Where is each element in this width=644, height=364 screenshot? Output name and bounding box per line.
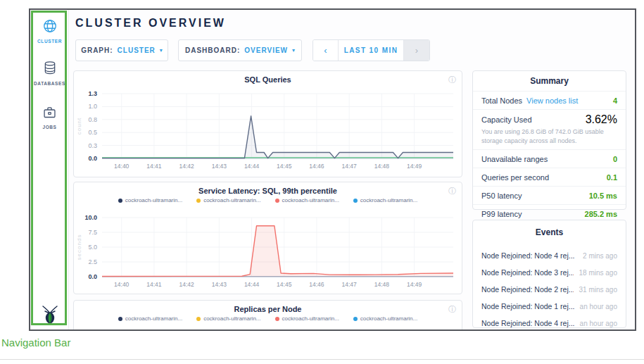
event-row: Node Rejoined: Node 3 rej... 18 mins ago (473, 264, 626, 281)
x-axis-tick: 14:48 (374, 281, 390, 288)
info-icon[interactable]: ⓘ (448, 186, 456, 196)
event-row: Node Rejoined: Node 1 rej... an hour ago (473, 298, 626, 315)
x-axis-tick: 14:49 (407, 281, 422, 288)
summary-row-unavailable-ranges: Unavailable ranges 0 (473, 149, 626, 168)
x-axis-tick: 14:46 (309, 281, 324, 288)
x-axis-tick: 14:41 (146, 281, 162, 288)
summary-label: Total Nodes (481, 96, 522, 105)
graph-dropdown-label: GRAPH: (81, 46, 113, 54)
summary-value: 10.5 ms (589, 192, 617, 200)
x-axis-tick: 14:48 (374, 163, 390, 170)
legend-label: cockroach-ultramarin... (360, 315, 417, 322)
y-axis-tick: 10.0 (84, 214, 97, 221)
navigation-sidebar: CLUSTER DATABASES JOBS (30, 10, 69, 330)
time-range-prev-button[interactable]: ‹ (313, 40, 339, 61)
legend-dot-icon (118, 199, 122, 203)
summary-value: 285.2 ms (585, 210, 617, 218)
info-icon[interactable]: ⓘ (448, 304, 456, 315)
event-time: 2 mins ago (583, 252, 617, 260)
summary-label: Queries per second (481, 173, 549, 182)
summary-row-capacity-used: Capacity Used 3.62% You are using 26.8 G… (473, 109, 626, 149)
legend-item[interactable]: cockroach-ultramarin... (196, 315, 260, 322)
legend-item[interactable]: cockroach-ultramarin... (353, 315, 417, 322)
event-text: Node Rejoined: Node 2 rej... (481, 285, 574, 294)
legend-item[interactable]: cockroach-ultramarin... (118, 315, 182, 322)
time-range-next-button[interactable]: › (403, 40, 429, 61)
summary-value: 0 (613, 155, 617, 163)
graph-dropdown-value: CLUSTER (118, 46, 156, 54)
sidebar-item-jobs[interactable]: JOBS (30, 105, 69, 130)
chevron-down-icon: ▾ (160, 47, 163, 54)
legend-item[interactable]: cockroach-ultramarin... (353, 197, 417, 203)
legend-dot-icon (275, 317, 279, 321)
x-axis-tick: 14:45 (277, 281, 292, 288)
legend-dot-icon (196, 199, 201, 203)
summary-value: 0.1 (607, 173, 617, 182)
event-time: 18 mins ago (579, 269, 617, 277)
sql-queries-canvas[interactable]: 14:4014:4114:4214:4314:4414:4514:4614:47… (74, 85, 462, 178)
replicas-per-node-chart: 14:4014:4114:4214:4314:4414:4514:4614:47… (74, 326, 462, 331)
legend-label: cockroach-ultramarin... (282, 197, 339, 203)
summary-label: Capacity Used (481, 115, 532, 124)
legend-label: cockroach-ultramarin... (125, 197, 182, 203)
dashboard-dropdown-value: OVERVIEW (244, 46, 288, 54)
legend-item[interactable]: cockroach-ultramarin... (118, 197, 182, 203)
x-axis-tick: 14:46 (309, 163, 324, 170)
chart-title: Replicas per Node (74, 305, 462, 313)
legend-item[interactable]: cockroach-ultramarin... (275, 315, 339, 322)
y-axis-tick: 0.0 (88, 155, 97, 162)
sidebar-item-label: JOBS (42, 125, 56, 130)
y-axis-label: count (76, 118, 82, 135)
y-axis-label: seconds (76, 234, 82, 261)
summary-label: P50 latency (481, 192, 522, 200)
database-icon (43, 61, 57, 79)
graph-dropdown[interactable]: GRAPH: CLUSTER ▾ (75, 39, 168, 61)
x-axis-tick: 14:40 (114, 281, 130, 288)
summary-title: Summary (473, 71, 626, 91)
legend-label: cockroach-ultramarin... (203, 197, 260, 203)
summary-panel: Summary Total Nodes View nodes list 4 Ca… (472, 70, 626, 210)
event-time: an hour ago (580, 303, 617, 310)
sidebar-item-databases[interactable]: DATABASES (30, 61, 69, 86)
legend-item[interactable]: cockroach-ultramarin... (275, 197, 339, 203)
admin-ui-window: CLUSTER DATABASES JOBS (29, 8, 636, 331)
chevron-down-icon: ▾ (292, 47, 295, 54)
sql-queries-card: SQL Queries ⓘ 14:4014:4114:4214:4314:441… (73, 70, 462, 177)
legend-dot-icon (353, 199, 358, 203)
event-row: Node Rejoined: Node 4 rej... an hour ago (473, 315, 626, 331)
x-axis-tick: 14:44 (244, 163, 260, 170)
replicas-per-node-canvas[interactable]: 14:4014:4114:4214:4314:4414:4514:4614:47… (74, 326, 462, 331)
y-axis-tick: 400 (87, 330, 97, 331)
series-line (102, 116, 453, 158)
y-axis-tick: 5.0 (88, 244, 97, 251)
x-axis-tick: 14:47 (342, 163, 358, 170)
replicas-per-node-card: Replicas per Node ⓘ cockroach-ultramarin… (73, 300, 462, 331)
chart-title: Service Latency: SQL, 99th percentile (74, 187, 462, 195)
summary-value: 3.62% (586, 113, 617, 126)
view-nodes-list-link[interactable]: View nodes list (526, 96, 578, 105)
sidebar-item-cluster[interactable]: CLUSTER (30, 18, 69, 44)
globe-icon (42, 18, 58, 37)
event-time: an hour ago (580, 320, 617, 327)
events-title: Events (473, 220, 626, 244)
event-text: Node Rejoined: Node 4 rej... (481, 319, 574, 327)
service-latency-canvas[interactable]: 14:4014:4114:4214:4314:4414:4514:4614:47… (74, 208, 462, 295)
cockroachdb-logo[interactable] (30, 305, 69, 324)
sidebar-item-label: CLUSTER (37, 39, 62, 44)
time-range-label[interactable]: LAST 10 MIN (339, 40, 403, 61)
legend-item[interactable]: cockroach-ultramarin... (196, 197, 260, 203)
events-panel: Events Node Rejoined: Node 4 rej... 2 mi… (472, 220, 626, 328)
y-axis-tick: 1.0 (88, 103, 97, 110)
time-range-selector: ‹ LAST 10 MIN › (312, 39, 430, 61)
sql-queries-chart: 14:4014:4114:4214:4314:4414:4514:4614:47… (74, 85, 462, 178)
summary-row-qps: Queries per second 0.1 (473, 168, 626, 186)
event-text: Node Rejoined: Node 3 rej... (481, 268, 574, 277)
page-divider (0, 359, 644, 360)
capacity-note: You are using 26.8 GiB of 742.0 GiB usab… (481, 127, 617, 145)
events-list: Node Rejoined: Node 4 rej... 2 mins ago … (473, 244, 626, 331)
summary-label: P99 latency (481, 210, 522, 218)
info-icon[interactable]: ⓘ (448, 75, 456, 85)
dashboard-dropdown[interactable]: DASHBOARD: OVERVIEW ▾ (178, 39, 302, 61)
chart-legend: cockroach-ultramarin...cockroach-ultrama… (74, 197, 462, 203)
x-axis-tick: 14:42 (179, 281, 194, 288)
